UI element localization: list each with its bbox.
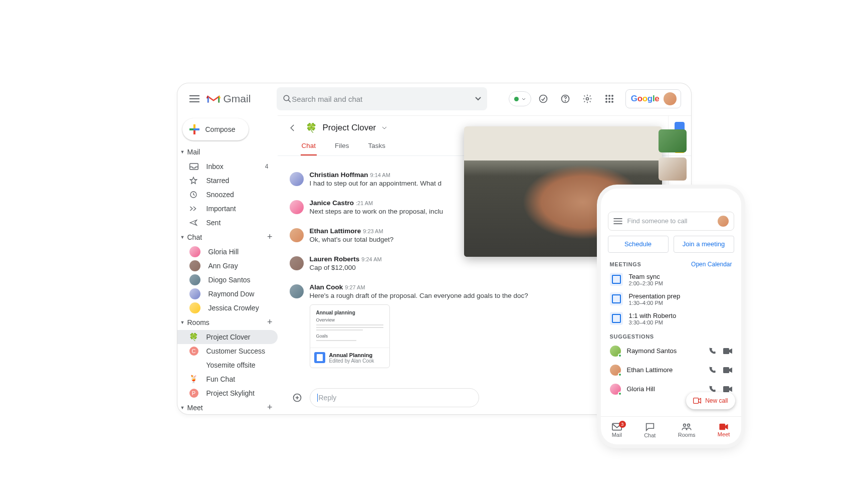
phone-call-icon[interactable] [708,366,717,374]
suggestion-item[interactable]: Raymond Santos [601,342,741,361]
compose-plus-icon [189,124,199,134]
add-chat-button[interactable]: + [267,232,273,242]
sidebar: Compose ▼Mail Inbox 4 Starred Snoozed Im… [177,115,278,414]
svg-point-4 [586,98,588,100]
star-icon [189,177,198,185]
chat-contact[interactable]: Gloria Hill [177,245,278,259]
add-meet-button[interactable]: + [267,402,273,413]
sender-avatar[interactable] [290,228,304,242]
video-call-icon[interactable] [723,348,732,354]
meet-icon [719,423,729,430]
tab-files[interactable]: Files [334,140,350,155]
apps-grid-icon[interactable] [599,89,619,109]
nav-mail[interactable]: 3 Mail [612,423,622,438]
attach-button[interactable] [290,390,305,405]
participant-thumbnail[interactable] [659,129,687,152]
clock-icon [189,191,198,199]
participant-thumbnail[interactable] [659,157,687,181]
settings-gear-icon[interactable] [577,89,597,109]
room-item[interactable]: P Project Skylight [177,386,278,400]
doc-attachment[interactable]: Annual planning Overview Goals Annual Pl… [310,304,390,368]
nav-snoozed[interactable]: Snoozed [177,188,278,202]
search-input[interactable] [292,95,475,103]
message-time: 9:14 AM [370,172,390,178]
room-title[interactable]: Project Clover [323,123,376,133]
meeting-item[interactable]: Team sync2:00–2:30 PM [601,270,741,289]
room-item[interactable]: C Customer Success [177,344,278,358]
suggestion-avatar [610,365,621,376]
room-icon: 🏔 [189,361,198,370]
sender-name: Lauren Roberts [310,255,360,263]
message-text: Ok, what's our total budget? [310,236,394,243]
new-call-button[interactable]: New call [686,392,735,409]
section-chat[interactable]: ▼Chat + [177,230,278,245]
search-box[interactable] [277,87,487,110]
sender-avatar[interactable] [290,200,304,214]
help-icon[interactable] [555,89,575,109]
join-meeting-button[interactable]: Join a meeting [674,236,734,253]
room-item[interactable]: 🏔 Yosemite offsite [177,358,278,372]
nav-starred[interactable]: Starred [177,174,278,188]
section-rooms[interactable]: ▼Rooms + [177,315,278,330]
nav-meet[interactable]: Meet [718,423,730,437]
gmail-logo[interactable]: Gmail [206,93,251,105]
search-options-icon[interactable] [475,97,481,101]
inbox-icon [189,163,198,170]
nav-sent[interactable]: Sent [177,216,278,230]
compose-label: Compose [205,125,236,133]
section-meet[interactable]: ▼Meet + [177,400,278,414]
room-emoji: 🍀 [306,122,317,133]
sender-name: Alan Cook [310,283,343,291]
calendar-icon [610,292,623,305]
support-status-icon[interactable] [533,89,553,109]
add-room-button[interactable]: + [267,317,273,327]
meeting-item[interactable]: Presentation prep1:30–4:00 PM [601,289,741,309]
nav-inbox[interactable]: Inbox 4 [177,159,278,174]
compose-button[interactable]: Compose [182,118,249,140]
sender-avatar[interactable] [290,256,304,270]
menu-icon[interactable] [613,218,622,224]
room-item[interactable]: 🍀 Project Clover [177,330,278,344]
schedule-button[interactable]: Schedule [608,236,669,253]
chat-contact[interactable]: Jessica Crowley [177,301,278,315]
video-call-icon[interactable] [723,386,732,392]
phone-avatar[interactable] [718,216,729,227]
back-button[interactable] [286,121,300,135]
video-call-icon[interactable] [723,367,732,373]
rooms-icon [682,423,692,431]
suggestion-item[interactable]: Ethan Lattimore [601,361,741,380]
phone-call-icon[interactable] [708,347,717,355]
reply-input[interactable]: Reply [310,388,480,407]
nav-rooms[interactable]: Rooms [678,423,696,438]
chevron-down-icon[interactable] [382,126,387,129]
product-name: Gmail [224,93,251,105]
message-text: Here's a rough draft of the proposal. Ca… [310,292,528,299]
nav-chat[interactable]: Chat [644,422,656,438]
tab-tasks[interactable]: Tasks [367,140,387,155]
phone-search[interactable]: Find someone to call [608,212,734,231]
chat-contact[interactable]: Ann Gray [177,259,278,273]
account-avatar[interactable] [664,92,677,105]
sender-avatar[interactable] [290,172,304,186]
room-item[interactable]: 🍹 Fun Chat [177,372,278,386]
chat-icon [645,422,655,431]
chat-contact[interactable]: Diogo Santos [177,273,278,287]
section-mail[interactable]: ▼Mail [177,144,278,159]
suggestions-label: SUGGESTIONS [610,334,654,340]
main-menu-button[interactable] [184,89,204,109]
tab-chat[interactable]: Chat [301,140,317,155]
chat-contact[interactable]: Raymond Dow [177,287,278,301]
svg-point-28 [688,424,690,426]
nav-important[interactable]: Important [177,202,278,216]
sender-avatar[interactable] [290,284,304,298]
open-calendar-link[interactable]: Open Calendar [691,261,732,268]
chevron-down-icon [522,98,526,100]
google-account-chip[interactable]: Google [625,89,681,108]
svg-point-7 [611,95,613,97]
meeting-item[interactable]: 1:1 with Roberto3:30–4:00 PM [601,309,741,328]
app-header: Gmail Google [177,83,691,115]
header-right: Google [509,89,681,109]
svg-rect-25 [694,398,699,403]
svg-rect-23 [723,367,729,373]
status-chip[interactable] [509,91,531,106]
